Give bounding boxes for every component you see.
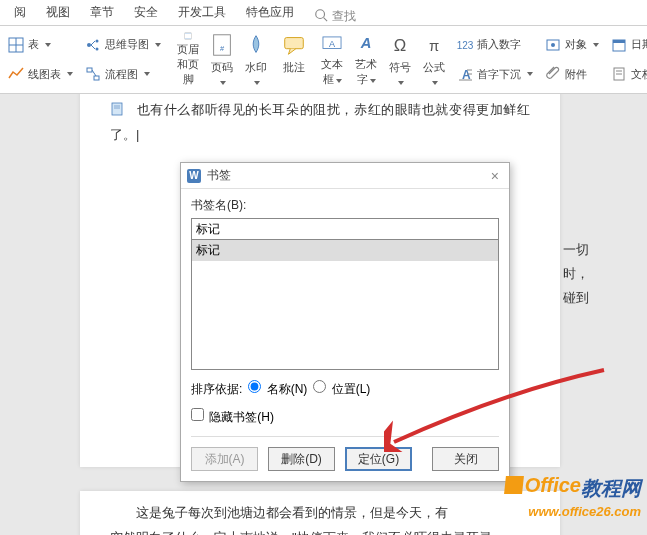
search-box[interactable]: 查找: [314, 8, 356, 25]
svg-text:Ω: Ω: [394, 36, 407, 55]
bookmark-list-item[interactable]: 标记: [192, 240, 498, 261]
svg-rect-36: [112, 103, 122, 115]
chevron-down-icon: [593, 43, 599, 47]
dropcap-button[interactable]: A 首字下沉: [455, 64, 535, 84]
svg-rect-15: [185, 38, 191, 39]
insert-number-button[interactable]: 123 插入数字: [455, 35, 535, 55]
svg-point-6: [96, 39, 99, 42]
sort-row: 排序依据: 名称(N) 位置(L): [191, 380, 499, 398]
chevron-down-icon: [155, 43, 161, 47]
bookmark-name-input[interactable]: [191, 218, 499, 240]
wordart-button[interactable]: A 艺术字: [349, 30, 383, 89]
doc-parts-label: 文档部件: [631, 67, 647, 82]
bookmark-name-label: 书签名(B):: [191, 197, 499, 214]
insert-table-button[interactable]: 表: [6, 35, 75, 55]
flowchart-label: 流程图: [105, 67, 138, 82]
symbol-button[interactable]: Ω 符号: [383, 30, 417, 89]
partial-text: 一切: [563, 238, 589, 263]
tab-devtools[interactable]: 开发工具: [168, 0, 236, 25]
paragraph-text: 这是兔子每次到池塘边都会看到的情景，但是今天，有: [136, 505, 448, 520]
tab-view[interactable]: 视图: [36, 0, 80, 25]
goto-button[interactable]: 定位(G): [345, 447, 412, 471]
document-page[interactable]: 这是兔子每次到池塘边都会看到的情景，但是今天，有 突然明白了什么，它大声地说："…: [80, 491, 560, 535]
dialog-button-row: 添加(A) 删除(D) 定位(G) 关闭: [191, 436, 499, 471]
insert-number-label: 插入数字: [477, 37, 521, 52]
page-number-button[interactable]: # 页码: [205, 30, 239, 89]
close-button[interactable]: ×: [487, 168, 503, 184]
equation-label: 公式: [423, 61, 445, 73]
partial-text: 时，: [563, 262, 589, 287]
chevron-down-icon: [432, 81, 438, 85]
header-footer-label: 页眉和页脚: [175, 42, 201, 87]
sort-by-name-radio[interactable]: 名称(N): [248, 380, 307, 398]
chevron-down-icon: [220, 81, 226, 85]
delete-button[interactable]: 删除(D): [268, 447, 335, 471]
svg-text:123: 123: [457, 40, 473, 51]
tab-chapter[interactable]: 章节: [80, 0, 124, 25]
chevron-down-icon: [398, 81, 404, 85]
insert-attachment-label: 附件: [565, 67, 587, 82]
chevron-down-icon: [336, 79, 342, 83]
svg-text:A: A: [360, 35, 372, 51]
bookmark-list[interactable]: 标记: [191, 240, 499, 370]
svg-line-12: [92, 70, 96, 76]
insert-table-label: 表: [28, 37, 39, 52]
svg-point-7: [96, 47, 99, 50]
paragraph[interactable]: 这是兔子每次到池塘边都会看到的情景，但是今天，有: [110, 501, 530, 526]
bookmark-dialog: W 书签 × 书签名(B): 标记 排序依据: 名称(N) 位置(L) 隐藏书签…: [180, 162, 510, 482]
flowchart-button[interactable]: 流程图: [83, 64, 163, 84]
text-cursor: |: [136, 127, 139, 142]
insert-date-button[interactable]: 日期: [609, 35, 647, 55]
svg-line-1: [324, 18, 328, 22]
tab-features[interactable]: 特色应用: [236, 0, 304, 25]
sort-label: 排序依据:: [191, 381, 242, 398]
watermark-label: 水印: [245, 61, 267, 73]
dropcap-label: 首字下沉: [477, 67, 521, 82]
chevron-down-icon: [370, 79, 376, 83]
ribbon-tab-bar: 阅 视图 章节 安全 开发工具 特色应用 查找: [0, 0, 647, 26]
paragraph[interactable]: 突然明白了什么，它大声地说："快停下来，我们不必吓得去寻死寻: [110, 526, 530, 535]
svg-rect-18: [285, 38, 304, 49]
svg-rect-11: [94, 76, 99, 80]
dialog-titlebar[interactable]: W 书签 ×: [181, 163, 509, 189]
tab-security[interactable]: 安全: [124, 0, 168, 25]
svg-point-0: [316, 10, 325, 19]
add-button: 添加(A): [191, 447, 258, 471]
equation-button[interactable]: π 公式: [417, 30, 451, 89]
svg-rect-10: [87, 68, 92, 72]
close-dialog-button[interactable]: 关闭: [432, 447, 499, 471]
svg-line-8: [91, 41, 95, 45]
insert-object-label: 对象: [565, 37, 587, 52]
partial-text: 碰到: [563, 286, 589, 311]
app-icon: W: [187, 169, 201, 183]
bookmark-icon: [110, 102, 124, 116]
mindmap-button[interactable]: 思维导图: [83, 35, 163, 55]
sort-by-location-radio[interactable]: 位置(L): [313, 380, 370, 398]
search-icon: [314, 8, 328, 25]
chevron-down-icon: [45, 43, 51, 47]
paragraph-text: 也有什么都听得见的长耳朵的阻扰，赤红的眼睛也就变得更加鲜红了。: [110, 102, 530, 142]
insert-object-button[interactable]: 对象: [543, 35, 601, 55]
svg-text:π: π: [429, 38, 439, 54]
hide-bookmarks-checkbox[interactable]: 隐藏书签(H): [191, 408, 274, 426]
comment-button[interactable]: 批注: [277, 30, 311, 89]
watermark-button[interactable]: 水印: [239, 30, 273, 89]
mindmap-label: 思维导图: [105, 37, 149, 52]
textbox-button[interactable]: A 文本框: [315, 30, 349, 89]
svg-point-5: [87, 43, 91, 47]
tab-review[interactable]: 阅: [4, 0, 36, 25]
search-label: 查找: [332, 8, 356, 25]
svg-rect-32: [613, 40, 625, 43]
insert-linechart-button[interactable]: 线图表: [6, 64, 75, 84]
header-footer-button[interactable]: 页眉和页脚: [171, 30, 205, 89]
chevron-down-icon: [527, 72, 533, 76]
chevron-down-icon: [144, 72, 150, 76]
hide-row: 隐藏书签(H): [191, 408, 499, 426]
insert-date-label: 日期: [631, 37, 647, 52]
svg-rect-14: [185, 33, 191, 34]
page-number-label: 页码: [211, 61, 233, 73]
paragraph[interactable]: 也有什么都听得见的长耳朵的阻扰，赤红的眼睛也就变得更加鲜红了。|: [110, 98, 530, 147]
insert-attachment-button[interactable]: 附件: [543, 64, 601, 84]
chevron-down-icon: [254, 81, 260, 85]
doc-parts-button[interactable]: 文档部件: [609, 64, 647, 84]
